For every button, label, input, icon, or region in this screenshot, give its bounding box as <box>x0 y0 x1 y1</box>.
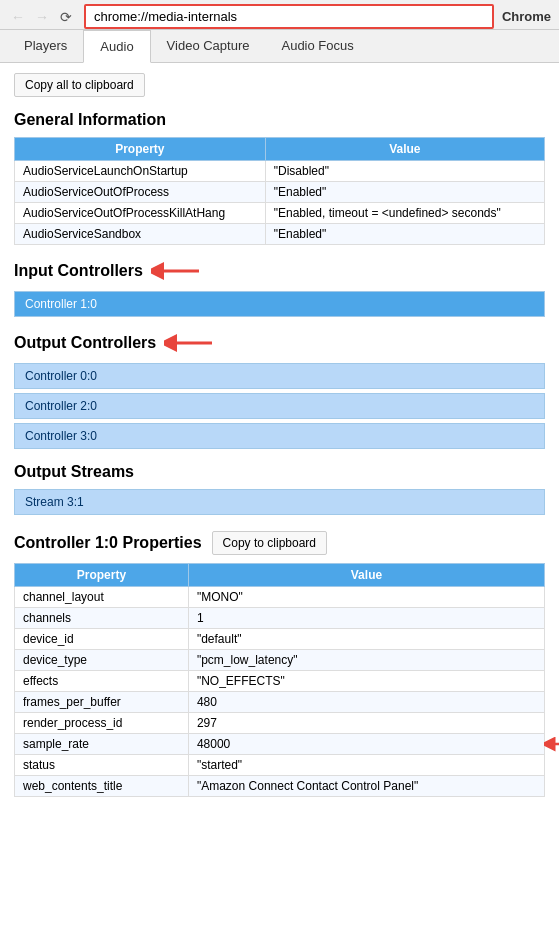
table-row: AudioServiceSandbox "Enabled" <box>15 224 545 245</box>
table-row: sample_rate 48000 <box>15 734 545 755</box>
value-cell: "Disabled" <box>265 161 544 182</box>
value-cell: "Enabled, timeout = <undefined> seconds" <box>265 203 544 224</box>
property-cell: sample_rate <box>15 734 189 755</box>
value-cell: "Enabled" <box>265 182 544 203</box>
prop-col-property: Property <box>15 564 189 587</box>
property-cell: channel_layout <box>15 587 189 608</box>
tab-audio-focus[interactable]: Audio Focus <box>265 30 369 62</box>
page-content: Copy all to clipboard General Informatio… <box>0 63 559 817</box>
chrome-tab-label: Chrome <box>502 9 551 24</box>
value-cell: 297 <box>188 713 544 734</box>
input-controllers-section-header: Input Controllers <box>14 259 545 283</box>
output-streams-section-header: Output Streams <box>14 463 545 481</box>
table-row: status "started" <box>15 755 545 776</box>
stream-3-1[interactable]: Stream 3:1 <box>14 489 545 515</box>
copy-clipboard-button[interactable]: Copy to clipboard <box>212 531 327 555</box>
table-row: web_contents_title "Amazon Connect Conta… <box>15 776 545 797</box>
input-controllers-heading: Input Controllers <box>14 262 143 280</box>
value-cell: "Amazon Connect Contact Control Panel" <box>188 776 544 797</box>
table-row: frames_per_buffer 480 <box>15 692 545 713</box>
property-cell: AudioServiceOutOfProcessKillAtHang <box>15 203 266 224</box>
value-cell: "NO_EFFECTS" <box>188 671 544 692</box>
table-row: render_process_id 297 <box>15 713 545 734</box>
output-controller-0-0[interactable]: Controller 0:0 <box>14 363 545 389</box>
property-cell: AudioServiceOutOfProcess <box>15 182 266 203</box>
table-row: channel_layout "MONO" <box>15 587 545 608</box>
input-controller-1-0[interactable]: Controller 1:0 <box>14 291 545 317</box>
property-cell: web_contents_title <box>15 776 189 797</box>
value-cell: 480 <box>188 692 544 713</box>
value-cell: "Enabled" <box>265 224 544 245</box>
forward-button[interactable]: → <box>32 7 52 27</box>
tab-video-capture[interactable]: Video Capture <box>151 30 266 62</box>
table-row: device_id "default" <box>15 629 545 650</box>
property-cell: channels <box>15 608 189 629</box>
controller-properties-table: Property Value channel_layout "MONO" cha… <box>14 563 545 797</box>
top-buttons-area: Copy all to clipboard <box>14 73 545 97</box>
general-information-table: Property Value AudioServiceLaunchOnStart… <box>14 137 545 245</box>
value-cell: "pcm_low_latency" <box>188 650 544 671</box>
address-bar[interactable]: chrome://media-internals <box>84 4 494 29</box>
output-controllers-heading: Output Controllers <box>14 334 156 352</box>
table-row: effects "NO_EFFECTS" <box>15 671 545 692</box>
property-cell: frames_per_buffer <box>15 692 189 713</box>
tab-audio[interactable]: Audio <box>83 30 150 63</box>
output-controller-3-0[interactable]: Controller 3:0 <box>14 423 545 449</box>
general-information-heading: General Information <box>14 111 545 129</box>
tab-bar: Players Audio Video Capture Audio Focus <box>0 30 559 62</box>
property-cell: effects <box>15 671 189 692</box>
table-row: AudioServiceOutOfProcessKillAtHang "Enab… <box>15 203 545 224</box>
browser-chrome: ← → ⟳ chrome://media-internals Chrome Pl… <box>0 0 559 63</box>
red-arrow-output <box>164 331 214 355</box>
col-value: Value <box>265 138 544 161</box>
sample-rate-value: 48000 <box>197 737 230 751</box>
general-information-label: General Information <box>14 111 166 129</box>
property-cell: status <box>15 755 189 776</box>
controller-properties-header: Controller 1:0 Properties Copy to clipbo… <box>14 531 545 555</box>
value-cell: "started" <box>188 755 544 776</box>
col-property: Property <box>15 138 266 161</box>
copy-all-button[interactable]: Copy all to clipboard <box>14 73 145 97</box>
table-row: channels 1 <box>15 608 545 629</box>
table-row: device_type "pcm_low_latency" <box>15 650 545 671</box>
red-arrow-sample-rate <box>544 734 559 754</box>
value-cell: "default" <box>188 629 544 650</box>
property-cell: device_id <box>15 629 189 650</box>
controller-properties-title: Controller 1:0 Properties <box>14 534 202 552</box>
property-cell: device_type <box>15 650 189 671</box>
property-cell: AudioServiceSandbox <box>15 224 266 245</box>
property-cell: AudioServiceLaunchOnStartup <box>15 161 266 182</box>
output-controllers-section-header: Output Controllers <box>14 331 545 355</box>
value-cell: 48000 <box>188 734 544 755</box>
output-controller-2-0[interactable]: Controller 2:0 <box>14 393 545 419</box>
table-row: AudioServiceOutOfProcess "Enabled" <box>15 182 545 203</box>
value-cell: "MONO" <box>188 587 544 608</box>
property-cell: render_process_id <box>15 713 189 734</box>
nav-buttons: ← → ⟳ <box>8 7 76 27</box>
output-streams-heading: Output Streams <box>14 463 134 481</box>
tab-players[interactable]: Players <box>8 30 83 62</box>
value-cell: 1 <box>188 608 544 629</box>
table-row: AudioServiceLaunchOnStartup "Disabled" <box>15 161 545 182</box>
reload-button[interactable]: ⟳ <box>56 7 76 27</box>
prop-col-value: Value <box>188 564 544 587</box>
back-button[interactable]: ← <box>8 7 28 27</box>
red-arrow-input <box>151 259 201 283</box>
